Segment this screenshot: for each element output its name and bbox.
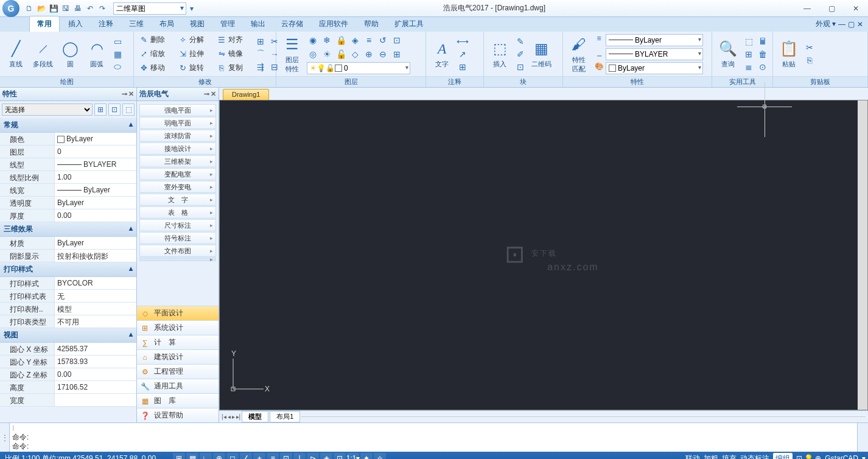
haochen-category[interactable]: ▦图 库: [137, 393, 219, 408]
status-liandong[interactable]: 联动: [685, 454, 700, 460]
haochen-category[interactable]: ⚙工程管理: [137, 364, 219, 379]
prop-category[interactable]: 视图▴: [0, 328, 136, 343]
haochen-item[interactable]: 文件布图: [139, 245, 216, 257]
ribbon-tab-2[interactable]: 注释: [91, 16, 121, 32]
fillet-icon[interactable]: ⌒: [254, 48, 267, 60]
quick-select-icon[interactable]: ⊞: [743, 48, 755, 60]
scale-toggle[interactable]: 1:1▾: [347, 453, 359, 459]
status-bianzu[interactable]: 编组: [773, 453, 793, 460]
model-toggle[interactable]: ⊡: [280, 453, 292, 459]
selection-combo[interactable]: 无选择: [2, 103, 93, 116]
drawing-canvas[interactable]: ⊡安下载 anxz.com X Y: [219, 100, 868, 410]
model-tab[interactable]: 模型: [242, 411, 268, 422]
quick-select-icon2[interactable]: ⊡: [108, 103, 121, 116]
match-props-button[interactable]: 🖌特性 匹配: [567, 33, 591, 75]
layer-off-icon[interactable]: ◉: [307, 34, 319, 46]
lineweight-icon[interactable]: ≡: [593, 34, 604, 46]
prop-row[interactable]: 线型比例1.00: [0, 171, 136, 184]
ellipse-icon[interactable]: ⬭: [111, 61, 124, 73]
prop-row[interactable]: 圆心 Z 坐标0.00: [0, 368, 136, 381]
prop-row[interactable]: 圆心 X 坐标42585.37: [0, 343, 136, 356]
prop-row[interactable]: 打印样式BYCOLOR: [0, 277, 136, 290]
hatch-icon[interactable]: ▦: [111, 48, 124, 60]
layer-uniso-icon[interactable]: ◇: [349, 48, 361, 60]
insert-button[interactable]: ⬚插入: [488, 38, 512, 70]
grid-toggle[interactable]: ⊞: [173, 453, 185, 459]
id-icon[interactable]: ⊙: [757, 61, 769, 73]
print-icon[interactable]: 🖶: [73, 4, 83, 13]
haochen-item[interactable]: 强电平面: [139, 104, 216, 116]
open-icon[interactable]: 📂: [37, 4, 46, 13]
color-icon[interactable]: 🎨: [593, 62, 604, 74]
layer-combo[interactable]: ☀💡🔓0: [307, 62, 410, 74]
annoscale-toggle[interactable]: ✦: [360, 453, 373, 459]
rotate-button[interactable]: ↻旋转: [177, 61, 213, 75]
ortho-toggle[interactable]: ∟: [200, 453, 212, 459]
anno-toggle[interactable]: ⊡: [334, 453, 346, 459]
tab-next-icon[interactable]: ▸: [232, 413, 235, 420]
haochen-category[interactable]: 🔧通用工具: [137, 379, 219, 393]
tab-last-icon[interactable]: ▸|: [236, 413, 241, 420]
prop-row[interactable]: 打印表类型不可用: [0, 315, 136, 328]
min-ribbon-icon[interactable]: —: [838, 20, 845, 29]
color-combo[interactable]: ByLayer: [606, 62, 703, 74]
layer-on-icon[interactable]: ◎: [307, 48, 319, 60]
qrcode-button[interactable]: ▦二维码: [529, 38, 554, 70]
ribbon-tab-6[interactable]: 管理: [213, 16, 242, 32]
pin-icon2[interactable]: ⊸: [204, 90, 209, 98]
tab-first-icon[interactable]: |◂: [222, 413, 226, 420]
toggle-pset-icon[interactable]: ⊞: [94, 103, 107, 116]
attr-icon[interactable]: ⊡: [514, 61, 527, 73]
layer-del-icon[interactable]: ⊖: [377, 48, 389, 60]
haochen-category[interactable]: ⌂建筑设计: [137, 349, 219, 364]
new-icon[interactable]: 🗋: [24, 4, 34, 13]
ribbon-tab-9[interactable]: 应用软件: [312, 16, 355, 32]
select-obj-icon[interactable]: ⬚: [122, 103, 135, 116]
haochen-category[interactable]: ◇平面设计: [137, 306, 219, 320]
hscroll[interactable]: [301, 416, 866, 422]
select-icon[interactable]: ⬚: [743, 35, 755, 47]
maximize-button[interactable]: ▢: [819, 2, 844, 15]
close-ribbon-icon[interactable]: ✕: [857, 20, 863, 29]
prop-row[interactable]: 宽度: [0, 394, 136, 407]
cut-icon[interactable]: ✂: [803, 41, 816, 54]
cmd-grip-icon[interactable]: ⋮: [0, 423, 10, 452]
annoauto-toggle[interactable]: ✧: [374, 453, 386, 459]
close-button[interactable]: ✕: [844, 2, 868, 15]
zoom-icons[interactable]: ⊡ 💡 ⊕: [796, 454, 822, 459]
status-dtbz[interactable]: 动态标注: [740, 454, 769, 460]
tab-prev-icon[interactable]: ◂: [228, 413, 231, 420]
haochen-item[interactable]: 弱电平面: [139, 117, 216, 129]
prop-row[interactable]: 线型BYLAYER: [0, 158, 136, 171]
dim-linear-icon[interactable]: ⟷: [457, 35, 469, 47]
canvas-vscroll[interactable]: [858, 100, 867, 410]
ribbon-tab-5[interactable]: 视图: [183, 16, 212, 32]
prop-row[interactable]: 颜色ByLayer: [0, 133, 136, 145]
offset-icon[interactable]: ⇶: [254, 61, 267, 73]
mirror-button[interactable]: ⇋镜像: [215, 47, 252, 61]
status-jiacu[interactable]: 加粗: [704, 454, 718, 460]
prop-row[interactable]: 透明度ByLayer: [0, 197, 136, 209]
ribbon-tab-1[interactable]: 插入: [61, 16, 90, 32]
layer-prev-icon[interactable]: ↺: [377, 34, 389, 46]
layer-thaw-icon[interactable]: ☀: [321, 48, 333, 60]
prop-row[interactable]: 线宽ByLayer: [0, 184, 136, 197]
inquiry-button[interactable]: 🔍查询: [716, 38, 740, 70]
status-tianchong[interactable]: 填充: [722, 454, 737, 460]
minimize-button[interactable]: —: [795, 2, 819, 15]
close-palette2-icon[interactable]: ✕: [211, 90, 216, 98]
dyn-toggle[interactable]: +: [253, 453, 265, 459]
haochen-item[interactable]: 变配电室: [139, 168, 216, 180]
scale-button[interactable]: ⤢缩放: [138, 47, 174, 61]
cmd-input[interactable]: 命令:: [12, 442, 855, 451]
create-block-icon[interactable]: ✎: [514, 35, 527, 47]
haochen-category[interactable]: ⊞系统设计: [137, 320, 219, 335]
workspace-combo[interactable]: 二维草图: [113, 2, 186, 15]
haochen-item[interactable]: 符号标注: [139, 232, 216, 244]
arc-button[interactable]: ◠圆弧: [85, 38, 109, 70]
purge-icon[interactable]: 🗑: [757, 48, 769, 60]
appearance-link[interactable]: 外观 ▾: [816, 19, 836, 29]
table-icon[interactable]: ⊞: [457, 61, 469, 73]
move-button[interactable]: ✥移动: [138, 61, 174, 75]
layer-match-icon[interactable]: ≡: [363, 34, 375, 46]
